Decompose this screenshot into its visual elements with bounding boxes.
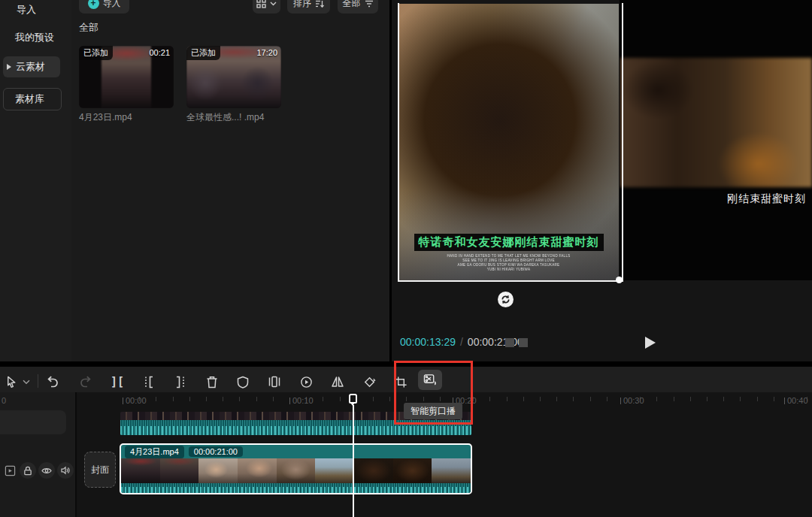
preview-secondary-video[interactable]: 刚结束甜蜜时刻 <box>620 0 812 280</box>
sidebar-item-label: 素材库 <box>15 92 44 106</box>
upper-track-header <box>0 410 66 434</box>
split-delete-left-button[interactable] <box>141 374 156 389</box>
resize-handle[interactable] <box>616 277 623 283</box>
trash-icon <box>206 376 218 389</box>
playhead-line[interactable] <box>353 405 354 517</box>
preview-panel: 特诺奇和女友安娜刚结束甜蜜时刻 HAND IN HAND EXTEND TO M… <box>392 0 812 361</box>
speed-button[interactable] <box>298 374 314 389</box>
expand-arrow-icon <box>7 64 11 70</box>
chevron-down-icon <box>23 379 30 385</box>
current-time: 00:00:13:29 <box>400 336 456 348</box>
filter-label: 全部 <box>343 0 361 10</box>
freeze-frame-icon <box>268 376 281 388</box>
clip-filename: 4月23日.mp4 <box>79 111 177 124</box>
mask-button[interactable] <box>235 374 250 389</box>
clip-filmstrip <box>121 458 471 483</box>
cover-label: 封面 <box>91 464 109 476</box>
filter-all-button[interactable]: 全部 <box>338 0 378 14</box>
plus-icon: + <box>88 0 99 9</box>
sort-icon <box>315 0 324 8</box>
highlight-annotation-box <box>394 361 473 425</box>
sidebar-item-material-library[interactable]: 素材库 <box>3 88 62 110</box>
split-button[interactable]: ][ <box>110 374 125 389</box>
clip-duration: 17:20 <box>256 48 277 57</box>
timeline-clip-selected[interactable]: 4月23日.mp4 00:00:21:00 <box>120 443 472 494</box>
lock-track-button[interactable] <box>20 462 36 479</box>
video-blur-band <box>620 58 812 187</box>
cover-button[interactable]: 封面 <box>84 452 116 488</box>
split-delete-right-button[interactable] <box>173 374 188 389</box>
ruler-label: 00:30 <box>620 396 644 405</box>
rotate-icon <box>501 295 511 304</box>
clip-name-pill: 4月23日.mp4 <box>125 446 184 458</box>
selection-border <box>398 3 623 282</box>
media-clip-card[interactable]: 已添加 17:20 <box>186 46 281 108</box>
cursor-icon <box>5 376 18 389</box>
undo-icon <box>47 376 60 388</box>
mask-shield-icon <box>237 376 249 389</box>
track-type-button[interactable] <box>2 462 18 479</box>
media-panel: + 导入 排序 全部 全部 已添加 00:21 4月23日.mp4 已添加 17… <box>71 0 389 361</box>
import-label: 导入 <box>103 0 121 10</box>
sort-label: 排序 <box>293 0 311 10</box>
video-track-icon <box>5 465 16 476</box>
play-button[interactable] <box>645 337 656 349</box>
clip-filename: 全球最性感...! .mp4 <box>186 111 284 124</box>
rotate-button[interactable] <box>362 374 377 389</box>
rotate-handle[interactable] <box>498 292 514 307</box>
split-delete-left-icon <box>143 376 155 389</box>
sidebar-item-cloud-material[interactable]: 云素材 <box>3 56 60 77</box>
split-delete-right-icon <box>174 376 186 389</box>
speaker-icon <box>61 466 71 475</box>
toolbar-divider <box>38 374 38 388</box>
ruler-label: 00:40 <box>784 396 808 405</box>
added-badge: 已添加 <box>79 46 113 60</box>
secondary-video-caption: 刚结束甜蜜时刻 <box>727 192 806 206</box>
rotate-clip-icon <box>363 376 376 389</box>
view-mode-button[interactable] <box>253 0 280 14</box>
video-editor-window: 导入 我的预设 云素材 素材库 + 导入 排序 全部 全部 <box>0 0 812 517</box>
clip-header: 4月23日.mp4 00:00:21:00 <box>121 445 471 458</box>
clip-duration-pill: 00:00:21:00 <box>189 446 243 457</box>
added-badge: 已添加 <box>186 46 220 60</box>
filter-icon <box>365 0 374 8</box>
select-tool-button[interactable] <box>4 374 19 389</box>
sidebar-item-label: 云素材 <box>16 60 45 74</box>
lock-icon <box>23 466 32 476</box>
import-media-button[interactable]: + 导入 <box>79 0 129 14</box>
time-separator: / <box>460 336 463 348</box>
ruler-origin-label: 0 <box>2 396 6 405</box>
eye-icon <box>41 467 52 475</box>
undo-button[interactable] <box>46 374 61 389</box>
section-label-all: 全部 <box>79 21 98 35</box>
display-mode-icons <box>505 338 528 347</box>
toggle-visibility-button[interactable] <box>38 462 55 479</box>
freeze-frame-button[interactable] <box>267 374 282 389</box>
delete-button[interactable] <box>205 374 220 389</box>
list-view-icon[interactable] <box>505 338 514 347</box>
ruler-label: 00:00 <box>123 396 147 405</box>
sort-button[interactable]: 排序 <box>287 0 330 14</box>
mirror-flip-icon <box>331 376 344 388</box>
ruler-label: 00:10 <box>289 396 314 405</box>
grid-view-icon <box>256 0 266 8</box>
list-view-icon[interactable] <box>519 338 528 347</box>
redo-icon <box>78 376 92 388</box>
mirror-button[interactable] <box>330 374 345 389</box>
chevron-down-icon <box>270 2 277 6</box>
clip-waveform <box>121 483 471 493</box>
mute-track-button[interactable] <box>57 462 74 479</box>
speed-icon <box>300 376 313 389</box>
tool-dropdown-button[interactable] <box>22 374 31 389</box>
clip-duration: 00:21 <box>149 48 170 57</box>
redo-button[interactable] <box>77 374 92 389</box>
timeline-header-divider <box>75 392 77 517</box>
media-clip-card[interactable]: 已添加 00:21 <box>79 46 174 108</box>
sidebar: 导入 我的预设 云素材 素材库 <box>0 0 71 361</box>
